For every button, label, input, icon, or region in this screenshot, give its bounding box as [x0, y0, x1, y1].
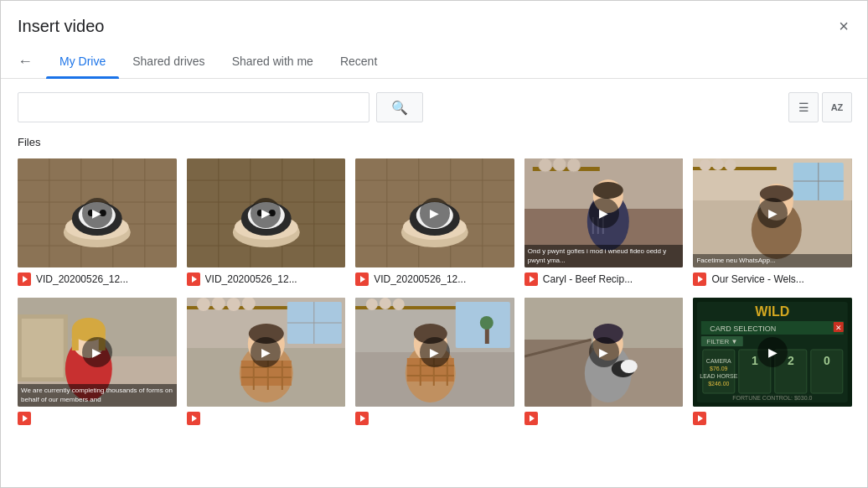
search-input[interactable]	[18, 92, 369, 122]
svg-point-114	[380, 298, 391, 309]
close-button[interactable]: ×	[835, 14, 852, 38]
video-card-4[interactable]: Ond y pwynt gofies i mod i wneud fideo o…	[524, 158, 684, 288]
video-name-3: VID_20200526_12...	[374, 273, 466, 285]
svg-text:2: 2	[788, 354, 794, 367]
video-info-1: VID_20200526_12...	[18, 267, 177, 288]
svg-text:CARD SELECTION: CARD SELECTION	[710, 324, 777, 333]
video-card-9[interactable]: ▶	[524, 298, 684, 427]
video-info-10	[693, 407, 852, 427]
file-icon-7	[187, 412, 200, 425]
video-card-8[interactable]: ▶	[355, 298, 514, 427]
svg-point-72	[725, 159, 736, 171]
play-icon-4: ▶	[589, 198, 619, 228]
svg-text:LEAD HORSE: LEAD HORSE	[700, 373, 738, 379]
play-icon-6: ▶	[82, 337, 112, 367]
video-card-5[interactable]: Facetime neu WhatsApp... ▶ Our Service -…	[693, 158, 852, 288]
search-button[interactable]: 🔍	[376, 92, 423, 122]
play-icon-7: ▶	[251, 337, 281, 367]
thumbnail-10: WILD CARD SELECTION ✕ FILTER ▼	[693, 298, 852, 407]
video-name-2: VID_20200526_12...	[205, 273, 297, 285]
svg-text:FILTER ▼: FILTER ▼	[707, 338, 738, 345]
svg-point-94	[226, 298, 240, 311]
video-info-9	[524, 407, 684, 427]
overlay-text-6: We are currently completing thousands of…	[18, 384, 177, 407]
tabs-row: ← My Drive Shared drives Shared with me …	[1, 44, 868, 79]
files-label: Files	[18, 136, 852, 148]
play-icon-5: ▶	[757, 198, 788, 228]
play-icon-10: ▶	[757, 337, 788, 367]
svg-point-138	[621, 360, 638, 373]
svg-rect-117	[485, 327, 489, 344]
svg-point-52	[539, 158, 552, 172]
thumbnail-4: Ond y pwynt gofies i mod i wneud fideo o…	[524, 158, 684, 267]
svg-text:0: 0	[824, 354, 830, 367]
thumbnail-3: ▶	[355, 158, 514, 267]
video-card-6[interactable]: We are currently completing thousands of…	[18, 298, 177, 427]
tab-shared-with-me[interactable]: Shared with me	[219, 44, 327, 78]
video-info-5: Our Service - Wels...	[693, 267, 852, 288]
svg-point-118	[480, 316, 493, 330]
insert-video-dialog: Insert video × ← My Drive Shared drives …	[1, 1, 868, 488]
dialog-header: Insert video ×	[1, 1, 868, 44]
file-icon-8	[355, 412, 369, 425]
play-icon-3: ▶	[420, 198, 450, 228]
back-button[interactable]: ←	[18, 53, 33, 70]
play-icon-8: ▶	[420, 337, 450, 367]
video-card-10[interactable]: WILD CARD SELECTION ✕ FILTER ▼	[693, 298, 852, 427]
dialog-title: Insert video	[18, 17, 104, 36]
file-icon-1	[18, 273, 31, 286]
svg-rect-150	[703, 350, 735, 393]
svg-text:FORTUNE CONTROL: $030.0: FORTUNE CONTROL: $030.0	[733, 395, 813, 401]
play-icon-1: ▶	[82, 198, 112, 228]
thumbnail-1: ▶	[18, 158, 177, 267]
tab-my-drive[interactable]: My Drive	[46, 44, 119, 78]
files-section: Files	[1, 136, 868, 488]
file-icon-10	[693, 412, 706, 425]
thumbnail-5: Facetime neu WhatsApp... ▶	[693, 158, 852, 267]
video-card-3[interactable]: ▶ VID_20200526_12...	[355, 158, 514, 288]
video-name-4: Caryl - Beef Recip...	[543, 273, 633, 285]
svg-point-53	[553, 158, 566, 171]
svg-text:$246.00: $246.00	[709, 381, 730, 387]
svg-point-61	[593, 182, 623, 199]
svg-rect-81	[22, 319, 64, 377]
svg-point-70	[700, 159, 711, 171]
video-name-5: Our Service - Wels...	[711, 273, 803, 285]
video-card-7[interactable]: ▶	[187, 298, 346, 427]
video-card-2[interactable]: ▶ VID_20200526_12...	[187, 158, 346, 288]
video-info-7	[187, 407, 346, 427]
svg-point-92	[196, 298, 209, 311]
svg-text:✕: ✕	[835, 324, 842, 332]
thumbnail-2: ▶	[187, 158, 346, 267]
svg-point-54	[567, 158, 581, 172]
sort-az-icon: AZ	[831, 102, 844, 112]
thumbnail-8: ▶	[355, 298, 514, 407]
tab-shared-drives[interactable]: Shared drives	[119, 44, 218, 78]
svg-point-113	[366, 299, 378, 310]
play-icon-2: ▶	[251, 198, 281, 228]
svg-text:CAMERA: CAMERA	[706, 358, 731, 364]
file-icon-2	[187, 273, 200, 286]
video-grid: ▶ VID_20200526_12...	[18, 158, 852, 427]
video-info-2: VID_20200526_12...	[187, 267, 346, 288]
file-icon-4	[524, 273, 538, 286]
svg-text:WILD: WILD	[756, 304, 790, 319]
svg-rect-132	[524, 340, 592, 407]
svg-rect-85	[72, 330, 79, 350]
video-card-1[interactable]: ▶ VID_20200526_12...	[18, 158, 177, 288]
view-buttons: ☰ AZ	[788, 92, 852, 122]
thumbnail-9: ▶	[524, 298, 684, 407]
search-row: 🔍 ☰ AZ	[1, 79, 868, 136]
sort-button[interactable]: AZ	[822, 92, 852, 122]
file-icon-9	[524, 412, 538, 425]
file-icon-3	[355, 273, 369, 286]
video-info-4: Caryl - Beef Recip...	[524, 267, 684, 288]
svg-point-71	[712, 158, 724, 170]
list-icon: ☰	[798, 101, 809, 114]
video-info-8	[355, 407, 514, 427]
list-view-button[interactable]: ☰	[788, 92, 819, 122]
tab-recent[interactable]: Recent	[327, 44, 390, 78]
svg-text:$76.09: $76.09	[710, 366, 728, 371]
play-icon-9: ▶	[589, 337, 619, 367]
file-icon-5	[693, 273, 706, 286]
